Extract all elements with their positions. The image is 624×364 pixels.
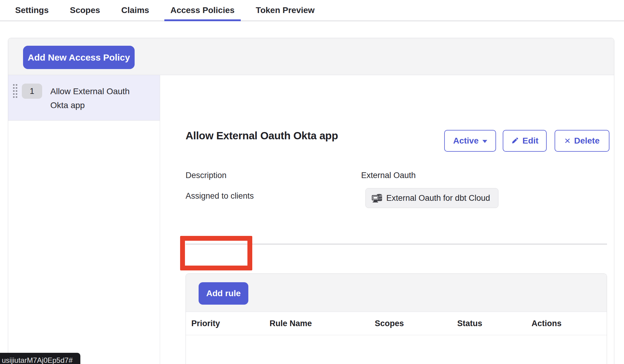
- tab-settings[interactable]: Settings: [9, 0, 55, 21]
- tab-bar: Settings Scopes Claims Access Policies T…: [0, 0, 624, 21]
- column-header-rule-name: Rule Name: [270, 312, 312, 335]
- chevron-down-icon: [482, 140, 487, 143]
- access-policies-card: Add New Access Policy 1 Allow External O…: [8, 38, 614, 364]
- link-status-text: usijiutarM7Aj0Ep5d7#: [2, 356, 72, 364]
- assigned-to-clients-label: Assigned to clients: [186, 191, 254, 201]
- rules-table-header: Priority Rule Name Scopes Status Actions: [186, 312, 607, 335]
- delete-label: Delete: [574, 136, 599, 146]
- column-header-status: Status: [457, 312, 482, 335]
- close-icon: ×: [565, 135, 571, 146]
- add-new-access-policy-button[interactable]: Add New Access Policy: [23, 46, 135, 69]
- tab-scopes[interactable]: Scopes: [64, 0, 106, 21]
- add-rule-button[interactable]: Add rule: [199, 282, 248, 305]
- edit-button[interactable]: Edit: [503, 130, 547, 152]
- column-header-actions: Actions: [532, 312, 562, 335]
- client-chip-label: External Oauth for dbt Cloud: [386, 194, 490, 203]
- policy-list-sidebar: 1 Allow External Oauth Okta app: [8, 75, 160, 364]
- status-label: Active: [453, 136, 478, 146]
- rules-panel: Add rule Priority Rule Name Scopes Statu…: [186, 273, 607, 364]
- edit-label: Edit: [522, 136, 538, 146]
- tab-token-preview[interactable]: Token Preview: [250, 0, 321, 21]
- column-header-priority: Priority: [191, 312, 220, 335]
- policy-name-label: Allow External Oauth Okta app: [50, 84, 144, 112]
- description-label: Description: [186, 171, 226, 180]
- tab-claims[interactable]: Claims: [115, 0, 155, 21]
- column-header-scopes: Scopes: [375, 312, 404, 335]
- drag-handle-icon[interactable]: [13, 84, 18, 98]
- section-divider: [186, 244, 607, 244]
- access-policies-screen: Settings Scopes Claims Access Policies T…: [0, 0, 624, 364]
- client-app-icon: [372, 193, 383, 203]
- status-dropdown-button[interactable]: Active: [444, 130, 496, 152]
- link-status-tooltip: usijiutarM7Aj0Ep5d7#: [0, 353, 80, 364]
- pencil-icon: [511, 137, 519, 145]
- policy-list-item[interactable]: 1 Allow External Oauth Okta app: [8, 75, 160, 121]
- policy-title: Allow External Oauth Okta app: [186, 130, 338, 142]
- assigned-client-chip[interactable]: External Oauth for dbt Cloud: [365, 188, 498, 208]
- tab-access-policies[interactable]: Access Policies: [164, 0, 241, 21]
- tab-list: Settings Scopes Claims Access Policies T…: [0, 0, 624, 21]
- delete-button[interactable]: × Delete: [555, 130, 609, 152]
- policies-toolbar: Add New Access Policy: [8, 38, 614, 75]
- rules-table-body: [186, 335, 607, 364]
- description-value: External Oauth: [361, 171, 416, 180]
- rules-toolbar: Add rule: [186, 274, 607, 312]
- policy-priority-badge: 1: [22, 84, 42, 99]
